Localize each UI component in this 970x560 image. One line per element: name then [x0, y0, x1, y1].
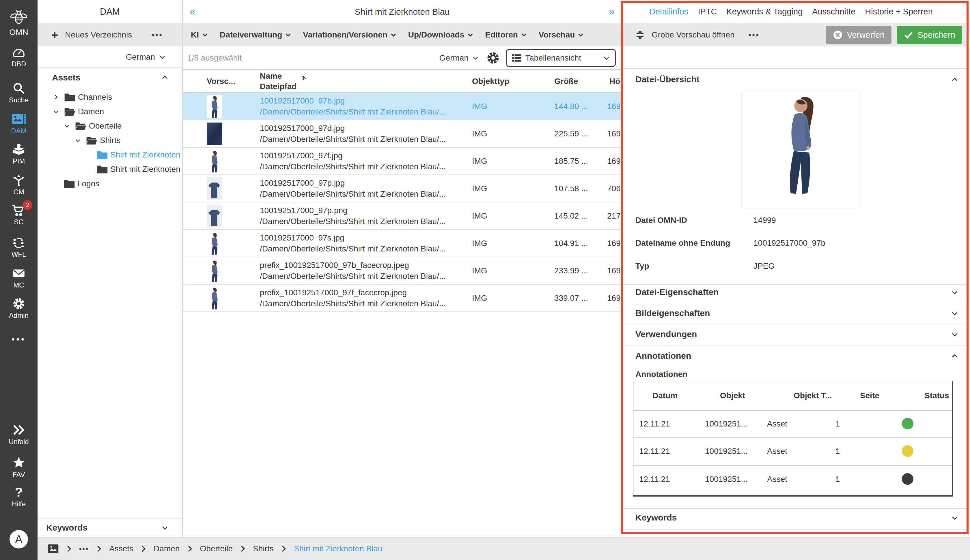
menu-ki[interactable]: KI — [191, 30, 208, 40]
section-annotationen[interactable]: Annotationen — [636, 351, 691, 361]
column-objekt[interactable]: Objekt — [720, 391, 745, 400]
tree-item-channels[interactable]: Channels — [38, 90, 182, 104]
save-button[interactable]: Speichern — [897, 26, 962, 44]
sidebar-item-sc[interactable]: 2 SC — [0, 203, 38, 226]
discard-button[interactable]: Verwerfen — [826, 26, 892, 44]
column-name[interactable]: Name — [260, 72, 282, 81]
section-bildeigenschaften[interactable]: Bildeigenschaften — [636, 308, 710, 318]
sidebar-item-unfold[interactable]: Unfold — [0, 423, 38, 446]
keywords-header[interactable]: Keywords — [46, 523, 87, 533]
sidebar-item-fav[interactable]: FAV — [0, 456, 38, 479]
new-directory-button[interactable]: Neues Verzeichnis — [65, 30, 132, 40]
chevron-up-icon[interactable] — [951, 75, 959, 83]
chevron-down-icon[interactable] — [61, 123, 73, 130]
next-page-button[interactable]: » — [609, 6, 615, 18]
column-datum[interactable]: Datum — [652, 391, 677, 400]
breadcrumb-damen[interactable]: Damen — [154, 544, 179, 553]
sidebar-item-dbd[interactable]: DBD — [0, 45, 38, 68]
section-keywords[interactable]: Keywords — [636, 513, 677, 523]
section-datei-eigenschaften[interactable]: Datei-Eigenschaften — [636, 287, 719, 297]
sidebar-item-pim[interactable]: PIM — [0, 143, 38, 165]
asset-name[interactable]: 100192517000_97d.jpg — [260, 124, 345, 133]
prev-page-button[interactable]: « — [190, 6, 196, 18]
chevron-up-icon[interactable] — [951, 352, 959, 360]
menu-up-downloads[interactable]: Up/Downloads — [408, 30, 473, 40]
table-row[interactable]: 100192517000_97p.png /Damen/Oberteile/Sh… — [183, 202, 622, 230]
asset-name[interactable]: 100192517000_97p.png — [260, 206, 348, 215]
image-breadcrumb-icon[interactable] — [47, 544, 59, 554]
tree-item-damen[interactable]: Damen — [38, 104, 182, 119]
open-preview-icon[interactable] — [635, 30, 645, 40]
sidebar-item-wfl[interactable]: WFL — [0, 236, 38, 258]
tree-item-shirt-mit-zierknoten[interactable]: Shirt mit Zierknoten — [38, 162, 182, 177]
chevron-down-icon[interactable] — [951, 330, 959, 338]
asset-name[interactable]: 100192517000_97b.jpg — [260, 96, 345, 105]
sidebar-item-cm[interactable]: CM — [0, 173, 38, 196]
chevron-down-icon[interactable] — [951, 288, 959, 297]
column-groesse[interactable]: Größe — [554, 77, 578, 86]
chevron-down-icon[interactable] — [72, 137, 84, 144]
menu-variationen-versionen[interactable]: Variationen/Versionen — [303, 30, 396, 40]
sidebar-item-suche[interactable]: Suche — [0, 82, 38, 104]
sidebar-item-admin[interactable]: Admin — [0, 297, 38, 320]
table-row[interactable]: prefix_100192517000_97f_facecrop.jpeg /D… — [183, 285, 622, 312]
breadcrumb-oberteile[interactable]: Oberteile — [200, 544, 233, 553]
table-row[interactable]: 100192517000_97b.jpg /Damen/Oberteile/Sh… — [183, 93, 622, 120]
asset-name[interactable]: 100192517000_97f.jpg — [260, 151, 343, 160]
table-row[interactable]: 100192517000_97d.jpg /Damen/Oberteile/Sh… — [183, 120, 622, 148]
column-seite[interactable]: Seite — [860, 391, 879, 400]
chevron-down-icon[interactable] — [951, 309, 959, 317]
asset-name[interactable]: 100192517000_97p.jpg — [260, 178, 345, 188]
table-row[interactable]: 100192517000_97f.jpg /Damen/Oberteile/Sh… — [183, 148, 622, 175]
tab-historie-sperren[interactable]: Historie + Sperren — [865, 7, 933, 17]
breadcrumb-assets[interactable]: Assets — [109, 544, 133, 553]
tree-item-shirt-mit-zierknoten-selected[interactable]: Shirt mit Zierknoten — [38, 148, 182, 162]
chevron-down-icon[interactable] — [50, 108, 62, 115]
chevron-down-icon[interactable] — [161, 524, 169, 532]
assets-header[interactable]: Assets — [52, 73, 80, 82]
sidebar-more-button[interactable]: ••• — [0, 335, 38, 344]
tab-iptc[interactable]: IPTC — [698, 7, 717, 17]
tab-detailinfos[interactable]: Detailinfos — [649, 7, 688, 17]
tab-ausschnitte[interactable]: Ausschnitte — [812, 7, 855, 17]
breadcrumb-more[interactable]: ••• — [79, 545, 89, 553]
file-preview-image[interactable] — [741, 90, 860, 208]
breadcrumb-current[interactable]: Shirt mit Zierknoten Blau — [294, 544, 383, 553]
asset-name[interactable]: prefix_100192517000_97f_facecrop.jpeg — [260, 288, 407, 297]
menu-editoren[interactable]: Editoren — [485, 30, 527, 40]
table-row[interactable]: prefix_100192517000_97b_facecrop.jpeg /D… — [183, 257, 622, 285]
breadcrumb-shirts[interactable]: Shirts — [253, 544, 274, 553]
section-verwendungen[interactable]: Verwendungen — [636, 329, 697, 339]
tab-keywords-tagging[interactable]: Keywords & Tagging — [726, 7, 803, 17]
sidebar-item-mc[interactable]: MC — [0, 267, 38, 289]
tree-item-shirts[interactable]: Shirts — [38, 133, 182, 148]
section-datei-uebersicht[interactable]: Datei-Übersicht — [636, 74, 699, 84]
list-language-select[interactable]: German — [440, 53, 479, 63]
user-avatar[interactable]: A — [10, 530, 28, 548]
view-mode-select[interactable]: Tabellenansicht — [506, 49, 616, 67]
column-status[interactable]: Status — [925, 391, 949, 400]
chevron-up-icon[interactable] — [161, 73, 169, 82]
column-objekt-typ[interactable]: Objekt T... — [794, 391, 832, 400]
column-hoehe[interactable]: Höhe — [609, 77, 622, 86]
open-preview-button[interactable]: Grobe Vorschau öffnen — [652, 30, 734, 40]
sidebar-item-omn[interactable]: OMN — [0, 8, 38, 37]
asset-name[interactable]: prefix_100192517000_97b_facecrop.jpeg — [260, 261, 409, 270]
menu-dateiverwaltung[interactable]: Dateiverwaltung — [220, 30, 291, 40]
settings-gear-button[interactable] — [487, 51, 500, 65]
column-vorschau[interactable]: Vorsc... — [207, 77, 235, 86]
table-row[interactable]: 100192517000_97s.jpg /Damen/Oberteile/Sh… — [183, 230, 622, 257]
table-row[interactable]: 100192517000_97p.jpg /Damen/Oberteile/Sh… — [183, 175, 622, 202]
sidebar-item-hilfe[interactable]: ? Hilfe — [0, 486, 38, 508]
column-dateipfad[interactable]: Dateipfad — [260, 82, 297, 91]
menu-vorschau[interactable]: Vorschau — [539, 30, 584, 40]
detail-more-button[interactable]: ••• — [748, 30, 759, 40]
sidebar-item-dam[interactable]: DAM — [0, 112, 38, 135]
tree-more-button[interactable]: ••• — [152, 30, 163, 40]
tree-item-logos[interactable]: Logos — [38, 177, 182, 191]
column-objekttyp[interactable]: Objekttyp — [472, 77, 509, 86]
asset-name[interactable]: 100192517000_97s.jpg — [260, 233, 345, 243]
chevron-right-icon[interactable] — [50, 94, 62, 101]
tree-item-oberteile[interactable]: Oberteile — [38, 119, 182, 133]
tree-language-select[interactable]: German — [126, 52, 155, 62]
